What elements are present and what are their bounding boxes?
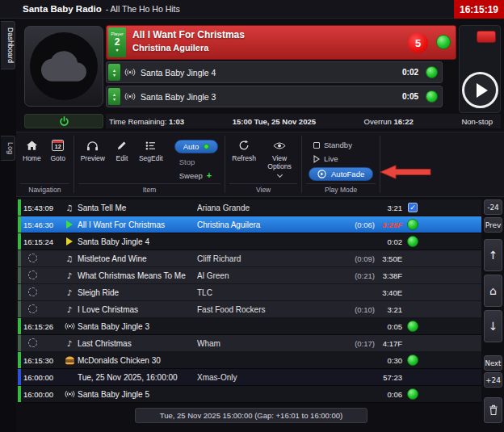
playlist-row[interactable]: ♪Sleigh RideTLC3:40E xyxy=(18,284,481,301)
playlist-row[interactable]: 16:15:30McDonalds Chicken 300:30 xyxy=(18,352,481,369)
refresh-icon xyxy=(238,139,250,152)
home-button[interactable]: Home xyxy=(19,136,44,165)
row-artist: Fast Food Rockers xyxy=(197,305,346,314)
row-title: Mistletoe And Wine xyxy=(78,254,197,263)
row-duration: 0:02 xyxy=(375,237,402,246)
row-time xyxy=(21,271,61,281)
title-bar: Santa Baby Radio - All The Ho Ho Hits 16… xyxy=(0,0,504,19)
calendar-icon: 12 xyxy=(52,139,64,152)
delete-button[interactable] xyxy=(484,397,502,423)
nonstop-label: Non-stop xyxy=(461,117,493,126)
row-artist: Ariana Grande xyxy=(197,203,346,212)
row-duration: 3:21 xyxy=(375,305,402,314)
clock-icon xyxy=(28,254,37,262)
row-duration: 3:38F xyxy=(375,271,402,280)
play-button[interactable] xyxy=(462,72,498,108)
goto-button[interactable]: 12 Goto xyxy=(46,136,70,165)
cloud-icon xyxy=(41,44,86,89)
edit-button[interactable]: Edit xyxy=(110,136,134,165)
standby-icon xyxy=(313,142,320,149)
play-mode-controls: Standby Live AutoFade xyxy=(305,136,376,181)
row-artist: TLC xyxy=(197,288,346,297)
row-duration: 0:05 xyxy=(375,322,402,331)
autofade-button[interactable]: AutoFade xyxy=(309,167,373,181)
now-playing-title: All I Want For Christmas xyxy=(132,29,399,40)
clock-icon xyxy=(28,287,37,296)
main-player[interactable]: Player 2 ▾ All I Want For Christmas Chri… xyxy=(106,25,456,60)
cued-player-1[interactable]: ▴▾ Santa Baby Jingle 4 0:02 xyxy=(106,61,443,83)
live-icon xyxy=(313,155,320,163)
view-options-button[interactable]: View Options xyxy=(261,136,298,179)
playlist: 15:43:09♫Santa Tell MeAriana Grande3:21✓… xyxy=(18,199,481,403)
row-intro: (0:09) xyxy=(346,254,375,263)
playlist-row[interactable]: ♫Mistletoe And WineCliff Richard(0:09)3:… xyxy=(18,250,481,267)
auto-button[interactable]: Auto xyxy=(174,140,219,153)
playlist-row[interactable]: 16:00:00Tue, 25 Nov 2025, 16:00:00Xmas-O… xyxy=(18,369,481,386)
logo-circle xyxy=(30,32,98,100)
row-title: Santa Baby Jingle 4 xyxy=(78,237,197,246)
preview-button[interactable]: Preview xyxy=(78,136,108,165)
move-up-button[interactable]: ↑ xyxy=(484,239,502,271)
next-button[interactable]: Next xyxy=(484,355,502,371)
cued-title: Santa Baby Jingle 4 xyxy=(141,68,402,78)
row-time: 16:15:26 xyxy=(21,322,61,331)
row-status: ✓ xyxy=(402,203,423,212)
playlist-row[interactable]: 16:15:26Santa Baby Jingle 30:05 xyxy=(18,318,481,335)
row-time xyxy=(21,304,61,315)
cued-duration: 0:05 xyxy=(402,92,418,101)
log-nav: -24Prev↑⌂↓Next+24 xyxy=(484,199,502,424)
row-duration: 4:17F xyxy=(375,339,402,348)
ready-light xyxy=(407,321,418,332)
playlist-row[interactable]: 16:15:24Santa Baby Jingle 40:02 xyxy=(18,233,481,250)
ready-light xyxy=(407,388,418,400)
group-label: Play Mode xyxy=(306,183,376,196)
sweep-button[interactable]: Sweep + xyxy=(174,170,219,181)
go-current-button[interactable]: ⌂ xyxy=(484,275,502,307)
playlist-row[interactable]: ♪What Christmas Means To MeAl Green(0:21… xyxy=(18,267,481,284)
toolbar-group-view: Refresh View Options View xyxy=(225,132,301,196)
row-intro: (0:17) xyxy=(346,339,375,348)
studio-clock: 16:15:19 xyxy=(454,0,504,19)
cued-player-2[interactable]: ▴▾ Santa Baby Jingle 3 0:05 xyxy=(106,86,443,107)
row-time xyxy=(21,254,61,264)
standby-button[interactable]: Standby xyxy=(309,140,373,150)
live-button[interactable]: Live xyxy=(309,153,373,164)
tab-log[interactable]: Log xyxy=(1,136,15,161)
stop-sweep-button[interactable]: Stop xyxy=(174,157,219,167)
plus-24-button[interactable]: +24 xyxy=(484,372,502,388)
music-note-icon: ♪ xyxy=(61,271,78,280)
row-duration: 3:25F xyxy=(375,220,402,229)
tab-dashboard[interactable]: Dashboard xyxy=(1,21,15,69)
schedule-label: 15:00 Tue, 25 Nov 2025 xyxy=(233,117,316,126)
headphones-icon xyxy=(86,139,99,152)
row-title: Tue, 25 Nov 2025, 16:00:00 xyxy=(78,373,197,382)
player-spinner[interactable]: ▴▾ xyxy=(108,64,120,81)
power-button[interactable] xyxy=(24,114,103,128)
prev-button[interactable]: Prev xyxy=(484,217,502,233)
minus-24-button[interactable]: -24 xyxy=(484,199,502,215)
move-down-button[interactable]: ↓ xyxy=(484,310,502,342)
station-name: Santa Baby Radio xyxy=(23,4,102,14)
row-status xyxy=(402,321,423,332)
stop-playback-button[interactable] xyxy=(477,31,496,43)
ready-light xyxy=(407,354,418,366)
toolbar-group-play-mode: Standby Live AutoFade Play Mode xyxy=(302,132,380,196)
plus-icon: + xyxy=(207,171,212,180)
row-title: Santa Baby Jingle 3 xyxy=(78,322,197,331)
played-checkbox[interactable]: ✓ xyxy=(408,203,418,212)
row-status xyxy=(402,236,423,247)
player-number-badge[interactable]: Player 2 ▾ xyxy=(108,27,126,57)
toolbar-group-navigation: Home 12 Goto Navigation xyxy=(16,132,74,196)
playlist-row[interactable]: ♪I Love ChristmasFast Food Rockers(0:10)… xyxy=(18,301,481,318)
row-artist: Al Green xyxy=(197,271,346,280)
segedit-button[interactable]: SegEdit xyxy=(136,136,166,165)
station-tagline: - All The Ho Ho Hits xyxy=(106,4,180,14)
playlist-row[interactable]: 15:46:30All I Want For ChristmasChristin… xyxy=(18,216,481,233)
playlist-row[interactable]: 15:43:09♫Santa Tell MeAriana Grande3:21✓ xyxy=(18,199,481,216)
player-spinner[interactable]: ▴▾ xyxy=(108,88,120,105)
playlist-row[interactable]: ♪Last ChristmasWham(0:17)4:17F xyxy=(18,335,481,352)
refresh-button[interactable]: Refresh xyxy=(229,136,259,165)
gap-status-bar: Tue, 25 Nov 2025 15:00:00 (Gap: +16:01 t… xyxy=(135,408,368,423)
playlist-row[interactable]: 16:00:00Santa Baby Jingle 50:06 xyxy=(18,386,481,403)
pencil-icon xyxy=(116,139,127,152)
